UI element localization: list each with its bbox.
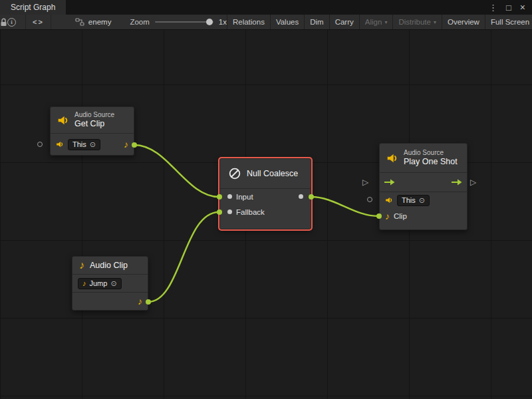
tab-bar: Script Graph ⋮ □ ×	[0, 0, 532, 15]
zoom-slider-knob[interactable]	[206, 19, 213, 25]
get-clip-port-row: This ⊙ ♪	[51, 134, 134, 155]
distribute-caret-icon: ▾	[434, 19, 436, 25]
clip-label: Clip	[394, 212, 407, 220]
play-this-field[interactable]: This ⊙	[397, 195, 430, 206]
distribute-button[interactable]: Distribute ▾	[392, 15, 442, 29]
values-button[interactable]: Values	[270, 15, 304, 29]
object-picker-icon[interactable]: ⊙	[90, 141, 96, 148]
play-control-out-port[interactable]: ▷	[470, 178, 476, 186]
audio-clip-icon: ♪	[79, 260, 84, 271]
zoom-label: Zoom	[130, 18, 149, 26]
audio-clip-field-icon: ♪	[82, 280, 86, 287]
info-icon-glyph: i	[7, 18, 16, 27]
graph-canvas[interactable]: Audio Source Get Clip This ⊙ ♪	[0, 30, 532, 399]
get-clip-header: Audio Source Get Clip	[51, 107, 134, 133]
graph-name: enemy	[88, 18, 112, 26]
audio-clip-field-row: ♪ Jump ⊙	[72, 275, 148, 292]
play-this-value: This	[402, 196, 416, 204]
play-one-shot-category: Audio Source	[404, 149, 458, 157]
graph-asset-icon	[75, 18, 84, 26]
toolbar-buttons: Relations Values Dim Carry Align ▾ Distr…	[227, 15, 532, 29]
null-coalesce-title: Null Coalesce	[247, 169, 298, 178]
audio-clip-header: ♪ Audio Clip	[72, 257, 148, 274]
values-label: Values	[276, 18, 299, 26]
play-one-shot-title: Play One Shot	[404, 157, 458, 167]
audio-source-port-icon	[56, 140, 64, 148]
object-picker-icon[interactable]: ⊙	[110, 280, 116, 287]
audio-clip-output-port-icon[interactable]: ♪	[124, 140, 128, 149]
carry-label: Carry	[335, 18, 354, 26]
relations-label: Relations	[233, 18, 265, 26]
audio-clip-input-port-icon[interactable]: ♪	[385, 211, 390, 221]
fallback-label: Fallback	[236, 208, 265, 216]
dim-button[interactable]: Dim	[304, 15, 329, 29]
result-output-port[interactable]	[299, 194, 303, 199]
play-control-in-port[interactable]: ▷	[362, 178, 368, 186]
tab-script-graph[interactable]: Script Graph	[0, 0, 66, 15]
audio-source-icon	[386, 152, 398, 164]
get-clip-category: Audio Source	[74, 111, 114, 119]
align-caret-icon: ▾	[384, 19, 387, 25]
null-coalesce-header: Null Coalesce	[220, 159, 311, 188]
lock-icon[interactable]	[0, 15, 7, 29]
get-clip-this-value: This	[72, 140, 86, 148]
play-control-row	[380, 173, 467, 192]
control-output-arrow-icon[interactable]	[452, 179, 462, 186]
overview-button[interactable]: Overview	[442, 15, 485, 29]
audio-clip-field[interactable]: ♪ Jump ⊙	[78, 278, 122, 289]
window-close-icon[interactable]: ×	[520, 3, 525, 12]
audio-clip-output-port-icon[interactable]: ♪	[138, 297, 142, 306]
zoom-value: 1x	[219, 18, 227, 26]
input-label: Input	[236, 193, 253, 201]
node-play-one-shot[interactable]: Audio Source Play One Shot	[379, 143, 467, 230]
get-clip-title: Get Clip	[74, 119, 114, 129]
fullscreen-button[interactable]: Full Screen	[485, 15, 532, 29]
dim-label: Dim	[310, 18, 323, 26]
input-port[interactable]	[227, 194, 232, 199]
tab-label: Script Graph	[11, 3, 55, 12]
audio-clip-value: Jump	[90, 279, 108, 287]
object-picker-icon[interactable]: ⊙	[419, 197, 425, 204]
node-get-clip[interactable]: Audio Source Get Clip This ⊙ ♪	[50, 106, 134, 156]
play-this-row: This ⊙	[380, 192, 467, 208]
audio-source-port-icon	[385, 196, 393, 204]
zoom-control: Zoom 1x	[130, 15, 227, 29]
window-maximize-icon[interactable]: □	[506, 3, 511, 12]
code-view-icon[interactable]: <>	[25, 15, 51, 29]
align-button[interactable]: Align ▾	[359, 15, 393, 29]
null-input-row: Input	[220, 189, 311, 204]
node-audio-clip[interactable]: ♪ Audio Clip ♪ Jump ⊙ ♪	[72, 256, 148, 311]
script-graph-window: Script Graph ⋮ □ × i <> enemy	[0, 0, 532, 399]
zoom-slider-track[interactable]	[155, 21, 213, 23]
play-this-input-port[interactable]	[367, 197, 372, 202]
wire-audioclip-to-fallback[interactable]	[148, 212, 219, 302]
wire-getclip-to-input[interactable]	[134, 145, 219, 197]
graph-breadcrumb[interactable]: enemy	[75, 15, 112, 29]
null-coalesce-icon	[228, 167, 241, 180]
overview-label: Overview	[448, 18, 479, 26]
carry-button[interactable]: Carry	[329, 15, 359, 29]
distribute-label: Distribute	[398, 18, 431, 26]
fullscreen-label: Full Screen	[491, 18, 529, 26]
info-icon[interactable]: i	[7, 15, 16, 29]
play-one-shot-header: Audio Source Play One Shot	[380, 144, 467, 172]
graph-toolbar: i <> enemy Zoom 1x Relations Values	[0, 15, 532, 30]
fallback-port[interactable]	[227, 209, 232, 214]
node-null-coalesce[interactable]: Null Coalesce Input Fallback	[219, 158, 311, 229]
window-menu-icon[interactable]: ⋮	[489, 3, 497, 12]
audio-clip-title: Audio Clip	[90, 261, 128, 270]
null-fallback-row: Fallback	[220, 204, 311, 219]
window-controls: ⋮ □ ×	[482, 0, 532, 15]
relations-button[interactable]: Relations	[227, 15, 270, 29]
align-label: Align	[365, 18, 382, 26]
audio-source-icon	[57, 114, 69, 126]
tab-bar-spacer	[66, 0, 482, 15]
get-clip-this-field[interactable]: This ⊙	[68, 139, 100, 150]
lock-icon-svg	[0, 18, 7, 27]
play-clip-row: ♪ Clip	[380, 208, 467, 224]
get-clip-this-input-port[interactable]	[37, 142, 43, 147]
control-input-arrow-icon[interactable]	[384, 179, 395, 186]
audio-clip-output-row: ♪	[72, 293, 148, 310]
